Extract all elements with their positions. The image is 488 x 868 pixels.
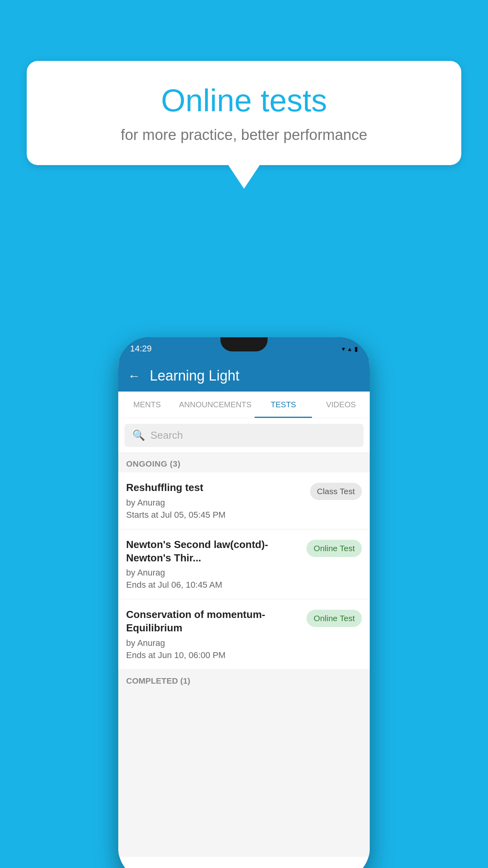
test-card-left-3: Conservation of momentum-Equilibrium by … xyxy=(126,608,306,660)
test-card-left-1: Reshuffling test by Anurag Starts at Jul… xyxy=(126,481,310,520)
tab-videos[interactable]: VIDEOS xyxy=(312,392,370,418)
phone-notch xyxy=(220,337,268,351)
search-container: 🔍 Search xyxy=(118,418,370,453)
back-button[interactable]: ← xyxy=(128,369,140,383)
test-badge-2: Online Test xyxy=(306,540,362,557)
status-time: 14:29 xyxy=(130,344,152,354)
search-bar[interactable]: 🔍 Search xyxy=(125,424,363,447)
test-date-2: Ends at Jul 06, 10:45 AM xyxy=(126,580,301,590)
test-card-3[interactable]: Conservation of momentum-Equilibrium by … xyxy=(118,600,370,669)
test-author-3: by Anurag xyxy=(126,638,301,648)
test-card-2[interactable]: Newton's Second law(contd)-Newton's Thir… xyxy=(118,530,370,599)
test-date-1: Starts at Jul 05, 05:45 PM xyxy=(126,510,305,520)
tab-tests[interactable]: TESTS xyxy=(255,392,312,418)
battery-icon: ▮ xyxy=(354,345,358,353)
speech-bubble-tail xyxy=(228,165,260,189)
test-card-1[interactable]: Reshuffling test by Anurag Starts at Jul… xyxy=(118,473,370,529)
phone-screen: ← Learning Light MENTS ANNOUNCEMENTS TES… xyxy=(118,360,370,868)
tab-ments[interactable]: MENTS xyxy=(118,392,176,418)
wifi-icon: ▾ xyxy=(342,345,345,353)
app-bar: ← Learning Light xyxy=(118,360,370,392)
test-title-2: Newton's Second law(contd)-Newton's Thir… xyxy=(126,538,301,565)
test-card-left-2: Newton's Second law(contd)-Newton's Thir… xyxy=(126,538,306,590)
status-icons: ▾ ▴ ▮ xyxy=(342,345,358,353)
tab-announcements[interactable]: ANNOUNCEMENTS xyxy=(176,392,255,418)
search-icon: 🔍 xyxy=(132,429,145,441)
screen-content: 🔍 Search ONGOING (3) Reshuffling test by… xyxy=(118,418,370,857)
completed-section-header: COMPLETED (1) xyxy=(118,670,370,690)
speech-bubble-container: Online tests for more practice, better p… xyxy=(27,61,461,189)
status-bar: 14:29 ▾ ▴ ▮ xyxy=(118,337,370,360)
test-badge-1: Class Test xyxy=(310,483,362,500)
test-title-3: Conservation of momentum-Equilibrium xyxy=(126,608,301,635)
search-placeholder: Search xyxy=(150,429,183,441)
speech-bubble-title: Online tests xyxy=(50,83,438,119)
signal-icon: ▴ xyxy=(348,345,351,353)
speech-bubble-subtitle: for more practice, better performance xyxy=(50,127,438,143)
test-badge-3: Online Test xyxy=(306,610,362,627)
test-title-1: Reshuffling test xyxy=(126,481,305,495)
test-date-3: Ends at Jun 10, 06:00 PM xyxy=(126,650,301,660)
tab-bar: MENTS ANNOUNCEMENTS TESTS VIDEOS xyxy=(118,392,370,418)
test-author-1: by Anurag xyxy=(126,498,305,508)
ongoing-section-header: ONGOING (3) xyxy=(118,453,370,473)
phone-frame: 14:29 ▾ ▴ ▮ ← Learning Light MENTS ANNOU… xyxy=(118,337,370,868)
speech-bubble: Online tests for more practice, better p… xyxy=(27,61,461,165)
test-author-2: by Anurag xyxy=(126,568,301,578)
app-bar-title: Learning Light xyxy=(150,368,239,384)
